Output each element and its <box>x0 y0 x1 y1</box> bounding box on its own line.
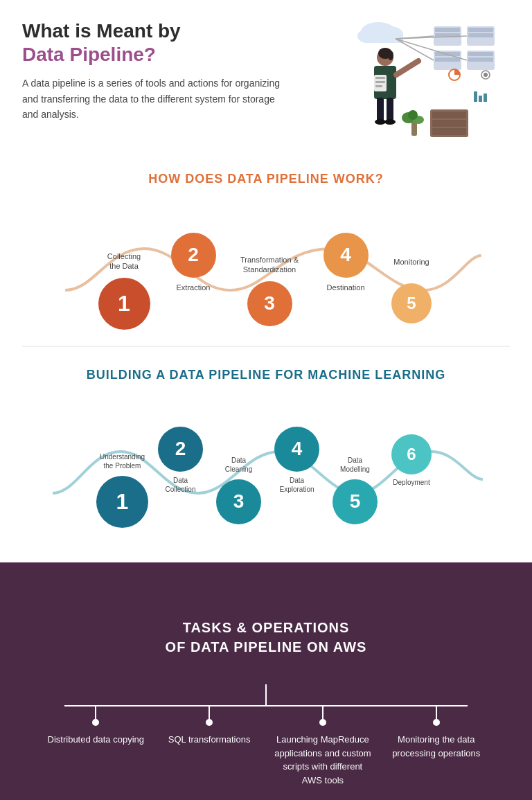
svg-rect-40 <box>432 112 466 118</box>
header-description: A data pipeline is a series of tools and… <box>22 75 290 122</box>
header-title-line2: Data Pipeline? <box>22 43 290 66</box>
step-how-1-label: Collectingthe Data <box>107 251 141 272</box>
task-label-1: Distributed data copying <box>48 733 144 747</box>
step-how-5-label-top: Monitoring <box>393 257 429 278</box>
tree-root-line <box>265 684 267 705</box>
step-how-circle-2: 2 <box>171 233 216 278</box>
step-how-circle-3: 3 <box>247 281 292 326</box>
step-ml-1-label-top: Understandingthe Problem <box>100 452 145 472</box>
svg-point-27 <box>384 119 396 125</box>
section-ml: BUILDING A DATA PIPELINE FOR MACHINE LEA… <box>0 347 532 549</box>
step-ml-5-label-top: DataModelling <box>340 456 370 475</box>
svg-rect-8 <box>435 57 460 62</box>
svg-rect-37 <box>479 96 482 102</box>
section-how-title: HOW DOES DATA PIPELINE WORK? <box>22 172 510 186</box>
aws-section-title: TASKS & OPERATIONSOF DATA PIPELINE ON AW… <box>14 618 518 657</box>
tree-dot-2 <box>206 719 213 726</box>
svg-rect-10 <box>468 52 493 56</box>
svg-point-26 <box>375 119 386 125</box>
step-ml-6-label-bottom: Deployment <box>393 479 429 486</box>
svg-rect-24 <box>377 98 384 122</box>
step-ml-3-label-top: DataCleaning <box>225 456 252 475</box>
task-label-3: Launching MapReduce applications and cus… <box>274 733 371 787</box>
tree-branch-line-2 <box>209 705 210 719</box>
svg-line-28 <box>396 61 418 75</box>
tree-branch-line-1 <box>95 705 96 719</box>
header-illustration <box>305 19 510 144</box>
tree-branch-line-4 <box>436 705 437 719</box>
svg-line-17 <box>396 39 434 60</box>
svg-rect-5 <box>468 33 493 37</box>
svg-rect-25 <box>387 98 393 122</box>
section-ml-title: BUILDING A DATA PIPELINE FOR MACHINE LEA… <box>22 368 510 382</box>
svg-rect-38 <box>484 94 487 102</box>
svg-rect-43 <box>411 122 417 136</box>
step-ml-circle-1: 1 <box>96 476 148 528</box>
svg-rect-41 <box>432 120 466 127</box>
tree-dot-3 <box>319 719 326 726</box>
step-ml-circle-4: 4 <box>274 427 319 472</box>
tree-dot-1 <box>92 719 99 726</box>
svg-rect-30 <box>375 77 385 79</box>
header-text: What is Meant by Data Pipeline? A data p… <box>22 19 290 122</box>
task-label-4: Monitoring the data processing operation… <box>388 733 485 760</box>
svg-rect-11 <box>468 57 493 62</box>
header-section: What is Meant by Data Pipeline? A data p… <box>0 0 532 151</box>
svg-point-46 <box>408 110 418 120</box>
step-how-4-label-bottom: Destination <box>326 283 364 292</box>
step-how-3-label-top: Transformation &Standardization <box>240 255 299 276</box>
tree-branch-2: SQL transformations <box>152 705 266 787</box>
svg-point-34 <box>484 73 488 77</box>
tree-branch-4: Monitoring the data processing operation… <box>380 705 493 787</box>
tree-dot-4 <box>433 719 440 726</box>
step-how-2-label-bottom: Extraction <box>177 283 211 292</box>
header-title-line1: What is Meant by <box>22 19 290 43</box>
svg-point-22 <box>388 51 393 60</box>
step-ml-circle-6: 6 <box>391 434 432 474</box>
tree-branch-1: Distributed data copying <box>39 705 152 787</box>
task-label-2: SQL transformations <box>168 733 251 747</box>
step-ml-4-label-bottom: DataExploration <box>279 476 314 494</box>
svg-rect-1 <box>435 28 460 32</box>
step-how-circle-5: 5 <box>391 283 432 323</box>
step-how-circle-4: 4 <box>323 233 369 278</box>
svg-rect-36 <box>474 91 477 102</box>
section-how: HOW DOES DATA PIPELINE WORK? Collectingt… <box>0 151 532 346</box>
svg-rect-4 <box>468 28 493 32</box>
svg-rect-42 <box>432 128 466 135</box>
tree-branch-3: Launching MapReduce applications and cus… <box>266 705 380 787</box>
step-ml-circle-2: 2 <box>158 427 203 472</box>
step-ml-circle-3: 3 <box>216 479 261 524</box>
svg-rect-32 <box>375 85 382 87</box>
bottom-section: TASKS & OPERATIONSOF DATA PIPELINE ON AW… <box>0 562 532 800</box>
step-ml-circle-5: 5 <box>332 479 378 524</box>
bottom-content: TASKS & OPERATIONSOF DATA PIPELINE ON AW… <box>0 604 532 800</box>
tree-branch-line-3 <box>322 705 323 719</box>
step-ml-2-label-bottom: DataCollection <box>166 476 196 494</box>
step-how-circle-1: 1 <box>98 278 150 330</box>
svg-rect-31 <box>375 81 385 83</box>
tasks-tree: Distributed data copying SQL transformat… <box>14 684 518 787</box>
